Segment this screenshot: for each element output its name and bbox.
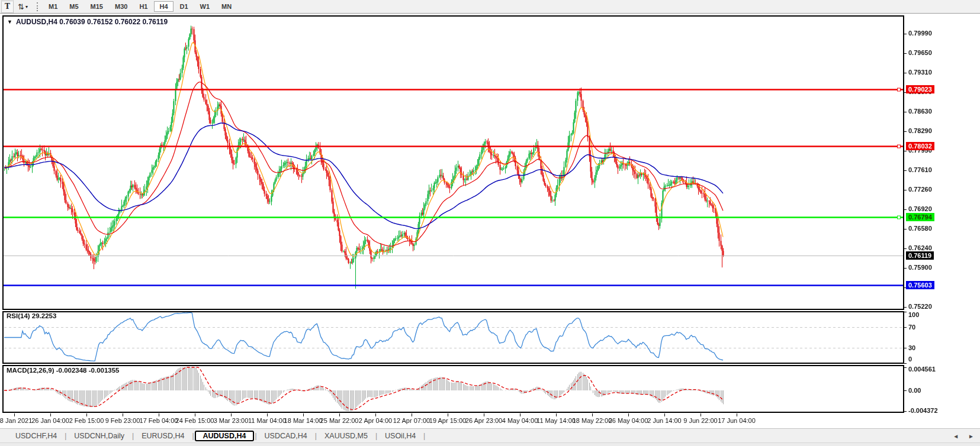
price-tick: 0.79650 [908,49,932,56]
time-tick: 18 Jan 2021 [0,417,32,424]
timeframe-button-w1[interactable]: W1 [195,1,216,12]
timeframe-button-d1[interactable]: D1 [175,1,194,12]
price-chart-canvas[interactable] [0,14,980,446]
time-tick: 12 Apr 07:00 [393,417,430,424]
price-tick: 0.76920 [908,205,932,212]
tab-usdchf[interactable]: USDCHF,H4 [8,431,64,441]
rsi-tick: 70 [908,324,915,331]
macd-label: MACD(12,26,9) -0.002348 -0.001355 [7,367,120,374]
time-tick: 4 May 04:00 [502,417,538,424]
tab-audusd[interactable]: AUDUSD,H4 [195,431,255,441]
macd-tick: 0.00 [908,387,921,394]
rsi-tick: 30 [908,344,915,351]
time-tick: 9 Feb 23:00 [105,417,140,424]
price-tick: 0.75900 [908,264,932,271]
price-tick: 0.78290 [908,127,932,134]
tab-separator: | [423,432,426,440]
chart-title-text: AUDUSD,H4 0.76039 0.76152 0.76022 0.7611… [16,18,168,26]
price-tag: 0.78032 [906,142,934,150]
chart-tabs: USDCHF,H4|USDCNH,Daily|EURUSD,H4|AUDUSD,… [8,431,426,441]
price-tick: 0.78630 [908,108,932,115]
tab-usdcnh[interactable]: USDCNH,Daily [67,431,131,441]
time-tick: 3 Mar 23:00 [214,417,249,424]
time-tick: 18 Mar 14:00 [284,417,323,424]
text-tool-icon: T [5,2,10,11]
price-tag: 0.76119 [906,251,934,260]
price-tick: 0.77260 [908,186,932,193]
mt4-chart-window: T ⇅ ▾ M1M5M15M30H1H4D1W1MN ▼ AUDUSD,H4 0… [0,0,980,446]
timeframe-button-m15[interactable]: M15 [85,1,108,12]
chevron-down-icon: ▾ [25,4,28,9]
text-tool-button[interactable]: T [1,1,14,13]
tab-usoil[interactable]: USOil,H4 [378,431,423,441]
time-tick: 11 May 14:00 [536,417,576,424]
rsi-tick: 100 [908,311,919,318]
tab-scroll-arrows: ◄ ► [953,429,974,443]
macd-tick: 0.004561 [908,366,936,373]
time-tick: 26 May 04:00 [609,417,648,424]
time-tick: 9 Jun 22:00 [683,417,718,424]
tab-scroll-left-icon[interactable]: ◄ [953,433,959,439]
price-tick: 0.79990 [908,30,932,37]
arrows-tool-button[interactable]: ⇅ ▾ [15,1,30,12]
timeframe-button-h1[interactable]: H1 [134,1,153,12]
price-tick: 0.76240 [908,244,932,251]
time-tick: 2 Apr 04:00 [359,417,392,424]
toolbar-separator [37,2,38,11]
chart-tab-bar: USDCHF,H4|USDCNH,Daily|EURUSD,H4|AUDUSD,… [0,428,980,442]
time-tick: 18 May 22:00 [573,417,612,424]
tab-eurusd[interactable]: EURUSD,H4 [134,431,191,441]
price-tick: 0.79310 [908,69,932,76]
macd-tick: -0.004372 [908,407,938,414]
time-tick: 25 Mar 22:00 [320,417,359,424]
chart-title: ▼ AUDUSD,H4 0.76039 0.76152 0.76022 0.76… [7,18,168,26]
time-tick: 11 Mar 04:00 [248,417,286,424]
time-tick: 24 Feb 15:00 [176,417,214,424]
tab-xauusd[interactable]: XAUUSD,M5 [317,431,375,441]
price-tick: 0.75220 [908,303,932,310]
status-strip [0,442,980,446]
price-tag: 0.75603 [906,281,934,289]
timeframe-buttons: M1M5M15M30H1H4D1W1MN [43,1,237,12]
tab-usdcad[interactable]: USDCAD,H4 [258,431,314,441]
timeframe-button-mn[interactable]: MN [216,1,237,12]
rsi-tick: 0 [908,355,912,363]
time-tick: 19 Apr 15:00 [429,417,466,424]
timeframe-button-m1[interactable]: M1 [43,1,63,12]
time-tick: 2 Feb 15:00 [69,417,104,424]
collapse-triangle-icon[interactable]: ▼ [7,20,12,25]
rsi-label: RSI(14) 29.2253 [7,312,56,319]
time-tick: 26 Jan 04:00 [31,417,69,424]
timeframe-button-m5[interactable]: M5 [64,1,83,12]
time-tick: 17 Feb 04:00 [140,417,178,424]
timeframe-button-h4[interactable]: H4 [154,1,173,12]
tab-scroll-right-icon[interactable]: ► [968,433,974,439]
timeframe-button-m30[interactable]: M30 [110,1,133,12]
tab-separator: | [191,432,194,440]
arrows-icon: ⇅ [18,3,24,11]
time-tick: 26 Apr 23:00 [465,417,502,424]
price-tag: 0.79023 [906,85,934,93]
toolbar: T ⇅ ▾ M1M5M15M30H1H4D1W1MN [0,0,980,14]
price-tick: 0.76580 [908,225,932,232]
price-tick: 0.77610 [908,166,932,173]
time-tick: 17 Jun 04:00 [718,417,756,424]
price-tag: 0.76794 [906,213,934,221]
time-tick: 2 Jun 14:00 [647,417,682,424]
